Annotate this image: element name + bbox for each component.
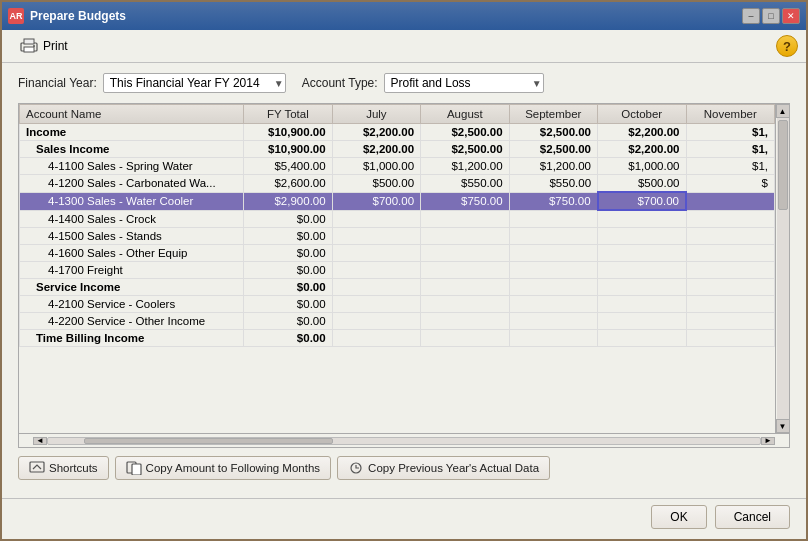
- november-cell[interactable]: $1,: [686, 141, 775, 158]
- fy-total-cell[interactable]: $0.00: [244, 312, 332, 329]
- scroll-thumb[interactable]: [778, 120, 788, 210]
- october-cell[interactable]: [598, 261, 686, 278]
- october-cell[interactable]: $2,200.00: [598, 124, 686, 141]
- october-cell[interactable]: [598, 244, 686, 261]
- fy-total-cell[interactable]: $2,900.00: [244, 192, 332, 210]
- august-cell[interactable]: [421, 227, 509, 244]
- july-cell[interactable]: $2,200.00: [332, 141, 420, 158]
- september-cell[interactable]: [509, 227, 597, 244]
- august-cell[interactable]: $2,500.00: [421, 124, 509, 141]
- table-row[interactable]: 4-1500 Sales - Stands$0.00: [20, 227, 775, 244]
- vertical-scrollbar[interactable]: ▲ ▼: [775, 104, 789, 433]
- september-cell[interactable]: $750.00: [509, 192, 597, 210]
- september-cell[interactable]: [509, 295, 597, 312]
- september-cell[interactable]: $2,500.00: [509, 141, 597, 158]
- october-cell[interactable]: $500.00: [598, 175, 686, 193]
- july-cell[interactable]: $700.00: [332, 192, 420, 210]
- account-name-cell[interactable]: 4-1500 Sales - Stands: [20, 227, 244, 244]
- july-cell[interactable]: [332, 329, 420, 346]
- august-cell[interactable]: $750.00: [421, 192, 509, 210]
- table-row[interactable]: 4-1400 Sales - Crock$0.00: [20, 210, 775, 227]
- table-row[interactable]: Sales Income$10,900.00$2,200.00$2,500.00…: [20, 141, 775, 158]
- november-cell[interactable]: [686, 261, 775, 278]
- july-cell[interactable]: [332, 210, 420, 227]
- august-cell[interactable]: $550.00: [421, 175, 509, 193]
- august-cell[interactable]: [421, 244, 509, 261]
- account-name-cell[interactable]: 4-1400 Sales - Crock: [20, 210, 244, 227]
- october-cell[interactable]: [598, 227, 686, 244]
- november-cell[interactable]: [686, 329, 775, 346]
- october-cell[interactable]: [598, 295, 686, 312]
- september-cell[interactable]: [509, 244, 597, 261]
- account-name-cell[interactable]: Service Income: [20, 278, 244, 295]
- fy-total-cell[interactable]: $0.00: [244, 261, 332, 278]
- july-cell[interactable]: $1,000.00: [332, 158, 420, 175]
- financial-year-select[interactable]: This Financial Year FY 2014: [103, 73, 286, 93]
- scroll-left-button[interactable]: ◄: [33, 437, 47, 445]
- horizontal-scrollbar[interactable]: ◄ ►: [19, 433, 789, 447]
- table-row[interactable]: 4-2100 Service - Coolers$0.00: [20, 295, 775, 312]
- october-cell[interactable]: [598, 312, 686, 329]
- november-cell[interactable]: [686, 295, 775, 312]
- july-cell[interactable]: [332, 244, 420, 261]
- october-cell[interactable]: [598, 278, 686, 295]
- copy-prev-year-button[interactable]: Copy Previous Year's Actual Data: [337, 456, 550, 480]
- november-cell[interactable]: [686, 210, 775, 227]
- table-row[interactable]: Income$10,900.00$2,200.00$2,500.00$2,500…: [20, 124, 775, 141]
- fy-total-cell[interactable]: $0.00: [244, 227, 332, 244]
- july-cell[interactable]: [332, 295, 420, 312]
- fy-total-cell[interactable]: $5,400.00: [244, 158, 332, 175]
- fy-total-cell[interactable]: $10,900.00: [244, 141, 332, 158]
- account-name-cell[interactable]: 4-1700 Freight: [20, 261, 244, 278]
- fy-total-cell[interactable]: $0.00: [244, 210, 332, 227]
- september-cell[interactable]: [509, 261, 597, 278]
- minimize-button[interactable]: –: [742, 8, 760, 24]
- september-cell[interactable]: $1,200.00: [509, 158, 597, 175]
- september-cell[interactable]: [509, 210, 597, 227]
- july-cell[interactable]: [332, 312, 420, 329]
- shortcuts-button[interactable]: Shortcuts: [18, 456, 109, 480]
- october-cell[interactable]: [598, 210, 686, 227]
- account-name-cell[interactable]: Time Billing Income: [20, 329, 244, 346]
- july-cell[interactable]: [332, 261, 420, 278]
- october-cell[interactable]: $700.00: [598, 192, 686, 210]
- october-cell[interactable]: [598, 329, 686, 346]
- copy-amount-button[interactable]: Copy Amount to Following Months: [115, 456, 332, 480]
- account-name-cell[interactable]: 4-1200 Sales - Carbonated Wa...: [20, 175, 244, 193]
- november-cell[interactable]: [686, 192, 775, 210]
- fy-total-cell[interactable]: $2,600.00: [244, 175, 332, 193]
- table-row[interactable]: 4-1300 Sales - Water Cooler$2,900.00$700…: [20, 192, 775, 210]
- help-button[interactable]: ?: [776, 35, 798, 57]
- table-scroll[interactable]: Account Name FY Total July August Septem…: [19, 104, 775, 433]
- h-scroll-thumb[interactable]: [84, 438, 333, 444]
- october-cell[interactable]: $1,000.00: [598, 158, 686, 175]
- august-cell[interactable]: [421, 312, 509, 329]
- table-row[interactable]: 4-1600 Sales - Other Equip$0.00: [20, 244, 775, 261]
- july-cell[interactable]: [332, 227, 420, 244]
- fy-total-cell[interactable]: $0.00: [244, 244, 332, 261]
- account-name-cell[interactable]: 4-1300 Sales - Water Cooler: [20, 192, 244, 210]
- july-cell[interactable]: $500.00: [332, 175, 420, 193]
- august-cell[interactable]: [421, 278, 509, 295]
- fy-total-cell[interactable]: $0.00: [244, 329, 332, 346]
- august-cell[interactable]: $2,500.00: [421, 141, 509, 158]
- ok-button[interactable]: OK: [651, 505, 706, 529]
- table-row[interactable]: Service Income$0.00: [20, 278, 775, 295]
- table-row[interactable]: 4-1200 Sales - Carbonated Wa...$2,600.00…: [20, 175, 775, 193]
- november-cell[interactable]: $: [686, 175, 775, 193]
- table-row[interactable]: 4-1700 Freight$0.00: [20, 261, 775, 278]
- august-cell[interactable]: [421, 210, 509, 227]
- november-cell[interactable]: [686, 312, 775, 329]
- account-name-cell[interactable]: Income: [20, 124, 244, 141]
- scroll-right-button[interactable]: ►: [761, 437, 775, 445]
- september-cell[interactable]: [509, 278, 597, 295]
- august-cell[interactable]: [421, 261, 509, 278]
- september-cell[interactable]: [509, 329, 597, 346]
- september-cell[interactable]: $550.00: [509, 175, 597, 193]
- account-name-cell[interactable]: 4-2200 Service - Other Income: [20, 312, 244, 329]
- july-cell[interactable]: [332, 278, 420, 295]
- account-name-cell[interactable]: 4-1100 Sales - Spring Water: [20, 158, 244, 175]
- print-button[interactable]: Print: [10, 34, 77, 58]
- september-cell[interactable]: $2,500.00: [509, 124, 597, 141]
- august-cell[interactable]: [421, 295, 509, 312]
